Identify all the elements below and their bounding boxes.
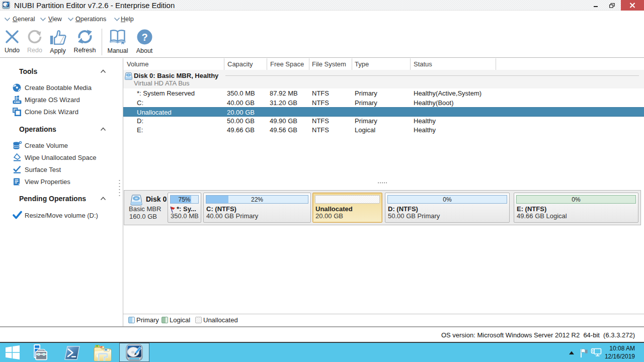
svg-text:?: ?	[141, 32, 147, 43]
